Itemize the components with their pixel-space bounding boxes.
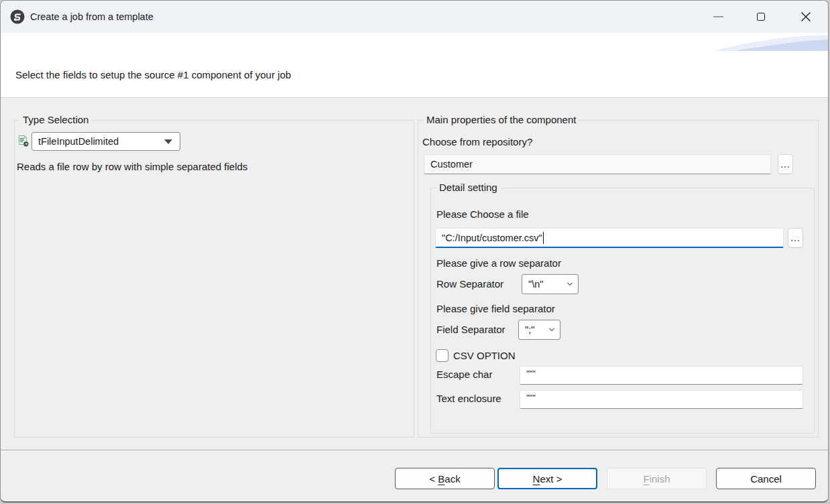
field-separator-label: Field Separator (436, 324, 506, 335)
cancel-button[interactable]: Cancel (716, 468, 816, 489)
repository-name-value: Customer (430, 159, 473, 170)
escape-char-value: """ (526, 369, 536, 379)
wizard-header: Select the fields to setup the source #1… (1, 33, 828, 98)
app-icon (10, 9, 25, 24)
row-separator-combo[interactable]: "\n" (522, 274, 579, 294)
repository-browse-button[interactable]: ... (778, 154, 793, 174)
file-path-value: "C:/Input/customer.csv" (442, 233, 542, 243)
dialog-window: Create a job from a template Select the … (0, 0, 829, 503)
csv-option-checkbox[interactable] (436, 349, 449, 362)
main-properties-title: Main properties of the component (424, 114, 579, 125)
field-separator-value: ";" (525, 324, 534, 335)
maximize-button[interactable] (746, 1, 776, 33)
escape-char-field[interactable]: """ (520, 366, 803, 385)
csv-option-label: CSV OPTION (453, 350, 516, 361)
minimize-icon (713, 16, 723, 17)
row-separator-prompt: Please give a row separator (436, 257, 561, 269)
file-browse-button[interactable]: ... (788, 228, 803, 248)
back-button[interactable]: < Back (395, 468, 495, 489)
dropdown-arrow-icon (164, 139, 172, 144)
banner-swoosh (714, 34, 828, 54)
finish-button[interactable]: Finish (607, 468, 707, 489)
file-browse-label: ... (790, 233, 801, 243)
row-separator-label: Row Separator (436, 278, 503, 290)
component-type-combo[interactable]: tFileInputDelimited (32, 132, 180, 151)
text-enclosure-label: Text enclosure (436, 393, 501, 404)
field-separator-combo[interactable]: ";" (518, 320, 560, 340)
close-button[interactable] (790, 1, 821, 33)
text-caret (543, 232, 544, 244)
row-separator-value: "\n" (528, 279, 543, 290)
file-prompt-label: Please Choose a file (436, 208, 529, 220)
next-button[interactable]: Next > (497, 468, 597, 489)
type-selection-group: Type Selection tFileInputDelimited Reads… (14, 120, 414, 438)
maximize-icon (757, 13, 765, 21)
window-title: Create a job from a template (30, 1, 154, 33)
text-enclosure-value: """ (526, 393, 536, 403)
button-bar-separator (1, 450, 828, 451)
repository-browse-label: ... (780, 159, 790, 170)
component-description: Reads a file row by row with simple sepa… (17, 161, 247, 172)
wizard-step-message: Select the fields to setup the source #1… (15, 69, 291, 80)
repository-name-field[interactable]: Customer (424, 154, 771, 174)
detail-setting-group: Detail setting Please Choose a file "C:/… (430, 188, 815, 434)
file-path-field[interactable]: "C:/Input/customer.csv" (435, 228, 784, 248)
field-separator-prompt: Please give field separator (436, 303, 555, 314)
chevron-down-icon (567, 281, 573, 287)
main-properties-group: Main properties of the component Choose … (418, 120, 819, 438)
detail-setting-title: Detail setting (436, 182, 500, 193)
repository-question-label: Choose from repository? (422, 136, 532, 147)
text-enclosure-field[interactable]: """ (520, 390, 803, 409)
type-selection-title: Type Selection (20, 114, 91, 125)
close-icon (801, 11, 811, 22)
component-file-icon (17, 135, 29, 149)
titlebar[interactable]: Create a job from a template (1, 1, 828, 33)
minimize-button[interactable] (703, 1, 733, 33)
chevron-down-icon (549, 327, 554, 332)
component-type-value: tFileInputDelimited (38, 136, 119, 147)
escape-char-label: Escape char (436, 369, 492, 380)
